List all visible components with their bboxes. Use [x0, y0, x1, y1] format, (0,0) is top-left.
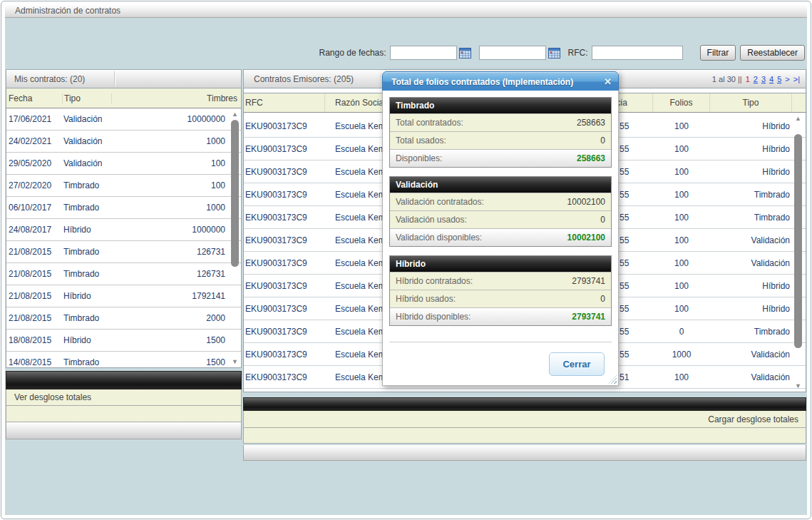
pagination-last[interactable]: >|	[793, 75, 800, 83]
emitter-rfc: EKU9003173C9	[244, 304, 325, 314]
column-tipo[interactable]: Tipo	[63, 93, 112, 103]
emitter-rfc: EKU9003173C9	[244, 190, 325, 200]
emitter-rfc: EKU9003173C9	[244, 258, 325, 268]
modal-row: Validación disponibles:10002100	[390, 228, 611, 246]
filter-bar: Rango de fechas: RFC: Filtrar Reestablec…	[243, 44, 805, 61]
contract-row[interactable]: 21/08/2015Timbrado2000	[6, 307, 241, 330]
close-button[interactable]: Cerrar	[549, 352, 605, 376]
ver-desglose-link[interactable]: Ver desglose totales	[6, 389, 242, 406]
reset-button[interactable]: Reestablecer	[740, 45, 805, 61]
contract-row[interactable]: 24/02/2021Validación1000	[6, 131, 241, 153]
contract-date: 18/08/2015	[6, 335, 62, 345]
column-fecha[interactable]: Fecha	[6, 93, 63, 103]
contract-timbres: 126731	[111, 269, 241, 279]
pagination-page-link[interactable]: 5	[777, 75, 781, 83]
modal-row: Validación contratados:10002100	[390, 193, 611, 210]
emitter-folios: 100	[653, 121, 710, 131]
pagination-page-link[interactable]: 3	[761, 75, 766, 83]
emitter-tipo: Validación	[710, 258, 792, 268]
contract-row[interactable]: 21/08/2015Timbrado126731	[6, 263, 241, 285]
contract-row[interactable]: 21/08/2015Timbrado126731	[6, 241, 241, 263]
right-scrollbar[interactable]: ▲ ▼	[793, 114, 803, 390]
modal-row: Validación usados:0	[390, 210, 611, 228]
contract-row[interactable]: 24/08/2017Híbrido1000000	[6, 219, 241, 241]
date-to-input[interactable]	[479, 46, 546, 60]
left-scrollbar-thumb[interactable]	[231, 120, 239, 267]
right-scrollbar-thumb[interactable]	[794, 134, 802, 348]
column-tipo[interactable]: Tipo	[710, 93, 792, 112]
contract-date: 29/05/2020	[6, 158, 62, 168]
right-empty-footer-row	[243, 428, 806, 444]
pagination-page-link[interactable]: 4	[769, 75, 774, 83]
pagination-next[interactable]: >	[785, 75, 789, 83]
emitter-folios: 100	[653, 258, 710, 268]
contract-timbres: 100	[111, 180, 241, 190]
contract-row[interactable]: 27/02/2020Timbrado100	[6, 175, 241, 197]
scroll-up-icon[interactable]: ▲	[230, 110, 240, 118]
emitter-rfc: EKU9003173C9	[244, 350, 325, 360]
contract-timbres: 1000	[111, 203, 241, 213]
page-title: Administración de contratos	[15, 6, 120, 16]
my-contracts-column-header: Fecha Tipo Timbres	[6, 88, 242, 108]
emitter-contracts-title: Contratos Emisores: (205)	[244, 74, 354, 84]
contract-row[interactable]: 06/10/2017Timbrado1000	[6, 197, 241, 219]
contract-timbres: 126731	[111, 247, 241, 257]
contract-row[interactable]: 21/08/2015Híbrido1792141	[6, 285, 241, 307]
column-timbres[interactable]: Timbres	[112, 93, 241, 103]
contract-row[interactable]: 18/08/2015Híbrido1500	[6, 330, 241, 352]
contract-row[interactable]: 17/06/2021Validación10000000	[6, 108, 241, 131]
contract-type: Timbrado	[62, 180, 111, 190]
dialog-titlebar[interactable]: Total de folios contratados (Implementac…	[382, 71, 619, 92]
modal-row: Híbrido usados:0	[390, 290, 611, 307]
scroll-up-icon[interactable]: ▲	[793, 114, 803, 123]
contract-date: 21/08/2015	[6, 269, 62, 279]
emitter-folios: 100	[653, 167, 710, 177]
contract-timbres: 1500	[111, 357, 241, 367]
contract-row[interactable]: 29/05/2020Validación100	[6, 153, 241, 175]
contract-date: 21/08/2015	[6, 291, 62, 301]
left-scrollbar[interactable]: ▲ ▼	[230, 110, 240, 366]
left-dark-separator-bar	[6, 371, 242, 389]
contract-row[interactable]: 14/08/2015Timbrado1500	[6, 352, 241, 368]
contract-type: Timbrado	[62, 357, 111, 367]
modal-row-label: Híbrido contratados:	[396, 276, 473, 286]
date-from-calendar-button[interactable]	[459, 47, 472, 59]
emitter-rfc: EKU9003173C9	[244, 167, 325, 177]
my-contracts-table-body: 17/06/2021Validación1000000024/02/2021Va…	[6, 108, 242, 368]
dialog-title: Total de folios contratados (Implementac…	[391, 77, 573, 87]
contract-timbres: 1000000	[111, 225, 241, 235]
my-contracts-panel: Mis contratos: (20) Fecha Tipo Timbres 1…	[6, 69, 242, 439]
contract-date: 27/02/2020	[6, 180, 62, 190]
emitter-folios: 100	[653, 372, 710, 382]
modal-row-value: 0	[600, 215, 605, 225]
date-from-input[interactable]	[390, 46, 457, 60]
modal-row: Total usados:0	[390, 131, 611, 149]
filter-button[interactable]: Filtrar	[700, 45, 736, 61]
modal-section-header: Validación	[390, 177, 611, 193]
emitter-tipo: Híbrido	[710, 281, 792, 291]
close-icon[interactable]: ✕	[604, 76, 612, 87]
pagination-page-link[interactable]: 2	[754, 75, 758, 83]
emitter-rfc: EKU9003173C9	[244, 281, 325, 291]
emitter-tipo: Timbrado	[710, 213, 792, 223]
emitter-tipo: Híbrido	[710, 167, 792, 177]
dialog-body: TimbradoTotal contratados:258663Total us…	[382, 91, 619, 386]
contract-date: 21/08/2015	[6, 247, 62, 257]
contract-date: 21/08/2015	[6, 313, 62, 323]
cargar-desglose-link[interactable]: Cargar desglose totales	[243, 411, 806, 428]
emitter-tipo: Timbrado	[710, 190, 792, 200]
contract-timbres: 1500	[111, 335, 241, 345]
column-folios[interactable]: Folios	[653, 93, 710, 112]
emitter-rfc: EKU9003173C9	[244, 327, 325, 337]
rfc-input[interactable]	[592, 46, 683, 60]
modal-section: ValidaciónValidación contratados:1000210…	[389, 176, 612, 247]
contract-date: 14/08/2015	[6, 357, 62, 367]
dialog-footer: Cerrar	[389, 342, 612, 385]
emitter-folios: 100	[653, 144, 710, 154]
column-rfc[interactable]: RFC	[244, 93, 325, 112]
date-to-calendar-button[interactable]	[548, 47, 561, 59]
scroll-down-icon[interactable]: ▼	[230, 357, 240, 366]
pagination: 1 al 30 || 1 2345 > >|	[712, 75, 806, 83]
my-contracts-title: Mis contratos: (20)	[6, 74, 85, 84]
scroll-down-icon[interactable]: ▼	[793, 382, 803, 390]
